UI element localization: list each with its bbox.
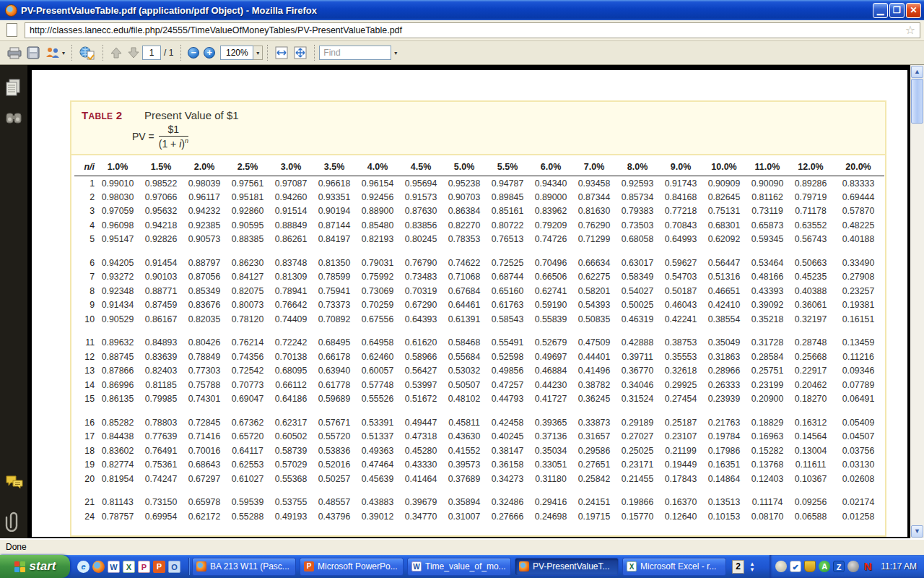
value-cell: 0.33873 bbox=[572, 415, 616, 430]
table-row: 100.905290.861670.820350.781200.744090.7… bbox=[74, 312, 884, 327]
zoom-dropdown-arrow-icon[interactable]: ▾ bbox=[253, 46, 263, 60]
arrow-up-icon bbox=[110, 46, 123, 59]
find-input[interactable]: Find bbox=[319, 46, 391, 60]
value-cell: 0.33490 bbox=[832, 256, 884, 270]
value-cell: 0.74247 bbox=[139, 472, 183, 486]
col-header: 9.0% bbox=[659, 160, 702, 176]
email-button[interactable]: ▾ bbox=[43, 43, 67, 62]
next-page-button[interactable] bbox=[125, 43, 142, 62]
value-cell: 0.34273 bbox=[486, 472, 529, 486]
value-cell: 0.93351 bbox=[313, 190, 356, 204]
quicklaunch-outlook-icon[interactable]: O bbox=[168, 561, 180, 573]
value-cell: 0.38782 bbox=[572, 378, 616, 392]
previous-page-button[interactable] bbox=[108, 43, 125, 62]
scroll-down-icon[interactable]: ▼ bbox=[911, 525, 923, 538]
value-cell: 0.49697 bbox=[529, 350, 572, 364]
value-cell: 0.08170 bbox=[746, 509, 789, 524]
print-button[interactable] bbox=[4, 43, 25, 62]
tray-antivirus-icon[interactable]: A bbox=[819, 561, 830, 572]
value-cell: 0.20900 bbox=[746, 392, 789, 407]
value-cell: 0.66178 bbox=[313, 350, 356, 364]
period-cell: 17 bbox=[74, 430, 96, 444]
value-cell: 0.36770 bbox=[616, 364, 659, 379]
value-cell: 0.16963 bbox=[746, 430, 789, 444]
minimize-button[interactable]: ▁ bbox=[873, 3, 888, 18]
comments-panel-icon[interactable] bbox=[5, 474, 24, 494]
attachments-panel-icon[interactable] bbox=[5, 510, 22, 535]
table-row: 180.836020.764910.700160.641170.587390.5… bbox=[74, 444, 884, 458]
scroll-up-icon[interactable]: ▲ bbox=[911, 66, 923, 78]
quick-launch-bar: eWXPPO bbox=[77, 561, 180, 573]
value-cell: 0.88797 bbox=[183, 256, 226, 270]
value-cell: 0.92826 bbox=[139, 233, 183, 247]
quicklaunch-publisher-icon[interactable]: P bbox=[138, 561, 150, 573]
task-button[interactable]: WTime_value_of_mo... bbox=[407, 558, 511, 576]
url-input[interactable]: http://classes.lanecc.edu/file.php/24555… bbox=[25, 22, 920, 38]
bookmark-star-icon[interactable]: ☆ bbox=[905, 25, 915, 36]
tray-z-icon[interactable]: Z bbox=[833, 561, 845, 572]
vertical-scrollbar[interactable]: ▲ ▼ bbox=[910, 65, 924, 538]
value-cell: 0.62275 bbox=[572, 270, 616, 285]
restore-button[interactable]: ❐ bbox=[889, 3, 905, 18]
value-cell: 0.35894 bbox=[443, 496, 486, 510]
value-cell: 0.03756 bbox=[832, 444, 884, 458]
quicklaunch-firefox-icon[interactable] bbox=[92, 561, 105, 573]
quicklaunch-powerpoint-icon[interactable]: P bbox=[153, 561, 165, 573]
toolbar-chevron-icon[interactable]: ▴▾ bbox=[747, 561, 757, 572]
table-label: TABLE 2 bbox=[82, 109, 122, 121]
upload-button[interactable] bbox=[77, 43, 98, 62]
value-cell: 0.57029 bbox=[269, 458, 313, 473]
value-cell: 0.95694 bbox=[399, 176, 443, 191]
tray-volume-icon[interactable] bbox=[847, 561, 859, 572]
value-cell: 0.59345 bbox=[746, 233, 789, 247]
zoom-in-button[interactable]: + bbox=[204, 47, 215, 59]
scrollbar-thumb[interactable] bbox=[911, 79, 923, 124]
start-button[interactable]: start bbox=[0, 555, 70, 578]
task-button[interactable]: PV-PresentValueT... bbox=[515, 558, 619, 576]
tray-tools-icon[interactable]: ✔ bbox=[790, 561, 801, 572]
table-row: 70.932720.901030.870560.841270.813090.78… bbox=[74, 270, 884, 285]
language-indicator[interactable]: 2 bbox=[732, 560, 744, 574]
value-cell: 0.56447 bbox=[702, 256, 746, 270]
close-button[interactable]: ✕ bbox=[906, 3, 921, 18]
tray-messenger-icon[interactable] bbox=[775, 561, 787, 572]
value-cell: 0.41552 bbox=[443, 444, 486, 458]
page-favicon-icon[interactable] bbox=[4, 22, 21, 38]
value-cell: 0.73069 bbox=[356, 284, 399, 298]
value-cell: 0.83676 bbox=[183, 298, 226, 313]
value-cell: 0.13459 bbox=[832, 336, 884, 350]
zoom-out-button[interactable]: − bbox=[188, 47, 199, 59]
value-cell: 0.75992 bbox=[356, 270, 399, 285]
pages-panel-icon[interactable] bbox=[5, 78, 22, 101]
value-cell: 0.76491 bbox=[139, 444, 183, 458]
value-cell: 0.67297 bbox=[183, 472, 226, 486]
table-row: 20.980300.970660.961170.951810.942600.93… bbox=[74, 190, 884, 204]
quicklaunch-ie-icon[interactable]: e bbox=[77, 561, 90, 573]
search-panel-icon[interactable] bbox=[5, 110, 22, 129]
value-cell: 0.55368 bbox=[269, 472, 313, 486]
value-cell: 0.62460 bbox=[356, 350, 399, 364]
page-number-input[interactable]: 1 bbox=[142, 46, 161, 60]
tray-shield-icon[interactable] bbox=[804, 561, 816, 572]
tray-novell-icon[interactable]: N bbox=[862, 561, 873, 572]
quicklaunch-word-icon[interactable]: W bbox=[108, 561, 120, 573]
fit-page-button[interactable] bbox=[291, 43, 310, 62]
value-cell: 0.67290 bbox=[399, 298, 443, 313]
find-dropdown-arrow-icon[interactable]: ▾ bbox=[394, 50, 397, 56]
value-cell: 0.87144 bbox=[313, 218, 356, 233]
task-button[interactable]: PMicrosoft PowerPo... bbox=[300, 558, 404, 576]
value-cell: 0.65720 bbox=[226, 430, 269, 444]
quicklaunch-excel-icon[interactable]: X bbox=[123, 561, 135, 573]
value-cell: 0.34046 bbox=[616, 378, 659, 392]
save-button[interactable] bbox=[25, 43, 43, 62]
fit-width-button[interactable] bbox=[272, 43, 291, 62]
value-cell: 0.50257 bbox=[313, 472, 356, 486]
value-cell: 0.17986 bbox=[702, 444, 746, 458]
value-cell: 0.69444 bbox=[832, 190, 884, 204]
value-cell: 0.78757 bbox=[96, 509, 139, 524]
period-cell: 2 bbox=[74, 190, 96, 204]
value-cell: 0.39365 bbox=[529, 415, 572, 430]
zoom-level-input[interactable]: 120% bbox=[220, 46, 253, 60]
task-button[interactable]: BA 213 W11 (Pasc... bbox=[192, 558, 296, 576]
task-button[interactable]: XMicrosoft Excel - r... bbox=[622, 558, 726, 576]
